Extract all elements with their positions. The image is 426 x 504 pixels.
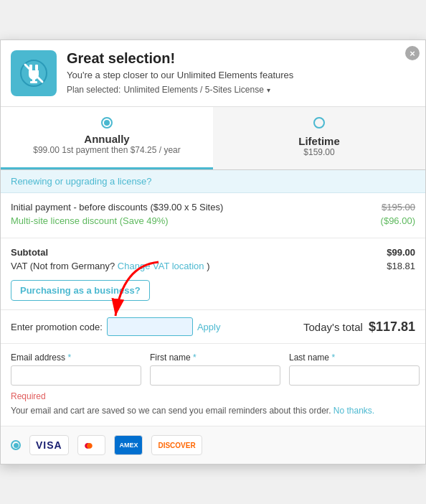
email-field-group: Email address * bbox=[11, 353, 141, 386]
plan-name[interactable]: Unlimited Elements / 5-Sites License bbox=[123, 85, 263, 95]
no-thanks-link[interactable]: No thanks. bbox=[333, 406, 374, 416]
discount-value: ($96.00) bbox=[381, 215, 415, 226]
vat-row: VAT (Not from Germany? Change VAT locati… bbox=[11, 261, 415, 271]
promo-input[interactable] bbox=[107, 317, 193, 336]
promo-total-row: Enter promotion code: Apply Today's tota… bbox=[1, 310, 425, 344]
checkout-modal: × Great selection! You're a step closer … bbox=[0, 39, 426, 465]
renewing-link[interactable]: Renewing or upgrading a license? bbox=[11, 176, 152, 187]
lastname-required-star: * bbox=[331, 353, 335, 363]
mastercard-logo: ●● bbox=[77, 435, 106, 455]
tab-annually-price: $99.00 1st payment then $74.25 / year bbox=[11, 145, 203, 155]
firstname-label: First name * bbox=[150, 353, 280, 363]
firstname-required-star: * bbox=[193, 353, 197, 363]
tab-lifetime-price: $159.00 bbox=[223, 147, 415, 157]
vat-location-link[interactable]: Change VAT location bbox=[118, 261, 204, 271]
svg-rect-4 bbox=[32, 77, 35, 82]
plan-selector[interactable]: Plan selected: Unlimited Elements / 5-Si… bbox=[67, 85, 293, 95]
radio-lifetime bbox=[313, 117, 325, 129]
subtotal-value: $99.00 bbox=[387, 247, 415, 258]
plan-prefix: Plan selected: bbox=[67, 85, 120, 95]
apply-promo-button[interactable]: Apply bbox=[197, 322, 221, 332]
total-section: Today's total $117.81 bbox=[303, 319, 415, 335]
visa-card-logo: VISA bbox=[29, 435, 69, 455]
required-text: Required bbox=[11, 391, 415, 401]
initial-payment-row: Initial payment - before discounts ($39.… bbox=[11, 202, 415, 213]
save-notice: Your email and cart are saved so we can … bbox=[11, 404, 415, 417]
billing-tabs: Annually $99.00 1st payment then $74.25 … bbox=[1, 107, 425, 170]
pricing-section: Initial payment - before discounts ($39.… bbox=[1, 193, 425, 238]
close-button[interactable]: × bbox=[405, 46, 420, 60]
initial-payment-label: Initial payment - before discounts ($39.… bbox=[11, 202, 223, 213]
radio-annually bbox=[101, 117, 113, 129]
lastname-input[interactable] bbox=[289, 365, 420, 386]
vat-value: $18.81 bbox=[387, 261, 415, 271]
promo-label: Enter promotion code: bbox=[11, 322, 103, 332]
discount-label: Multi-site license discount (Save 49%) bbox=[11, 215, 169, 226]
initial-payment-value: $195.00 bbox=[382, 202, 415, 213]
total-value: $117.81 bbox=[369, 319, 415, 335]
total-label: Today's total bbox=[303, 321, 363, 333]
lastname-field-group: Last name * bbox=[289, 353, 420, 386]
tab-annually-title: Annually bbox=[11, 133, 203, 145]
modal-header: Great selection! You're a step closer to… bbox=[1, 40, 425, 107]
tab-annually[interactable]: Annually $99.00 1st payment then $74.25 … bbox=[1, 107, 213, 169]
subtotal-section: Subtotal $99.00 VAT (Not from Germany? C… bbox=[1, 238, 425, 310]
discover-logo: DISCOVER bbox=[151, 435, 202, 455]
payment-footer: VISA ●● AMEX DISCOVER bbox=[1, 426, 425, 464]
svg-rect-3 bbox=[35, 65, 38, 70]
lastname-label: Last name * bbox=[289, 353, 420, 363]
renewing-link-bar: Renewing or upgrading a license? bbox=[1, 170, 425, 193]
customer-form: Email address * First name * Last name * bbox=[1, 344, 425, 426]
subtotal-label: Subtotal bbox=[11, 247, 48, 258]
payment-radio[interactable] bbox=[11, 440, 21, 450]
email-required-star: * bbox=[67, 353, 71, 363]
discount-row: Multi-site license discount (Save 49%) (… bbox=[11, 215, 415, 226]
chevron-down-icon: ▾ bbox=[267, 86, 270, 94]
email-input[interactable] bbox=[11, 365, 141, 386]
amex-logo: AMEX bbox=[114, 435, 143, 455]
plugin-icon bbox=[11, 50, 57, 96]
svg-rect-2 bbox=[29, 65, 32, 70]
header-title: Great selection! bbox=[67, 50, 293, 67]
svg-rect-5 bbox=[30, 81, 37, 83]
firstname-field-group: First name * bbox=[150, 353, 280, 386]
close-icon: × bbox=[410, 48, 415, 59]
business-button[interactable]: Purchasing as a business? bbox=[11, 280, 150, 301]
firstname-input[interactable] bbox=[150, 365, 280, 386]
subtotal-row: Subtotal $99.00 bbox=[11, 247, 415, 258]
vat-label: VAT (Not from Germany? Change VAT locati… bbox=[11, 261, 210, 271]
header-text-block: Great selection! You're a step closer to… bbox=[67, 50, 293, 95]
tab-lifetime-title: Lifetime bbox=[223, 135, 415, 147]
header-subtitle: You're a step closer to our Unlimited El… bbox=[67, 70, 293, 80]
form-row-names: Email address * First name * Last name * bbox=[11, 353, 415, 386]
email-label: Email address * bbox=[11, 353, 141, 363]
tab-lifetime[interactable]: Lifetime $159.00 bbox=[213, 107, 425, 169]
